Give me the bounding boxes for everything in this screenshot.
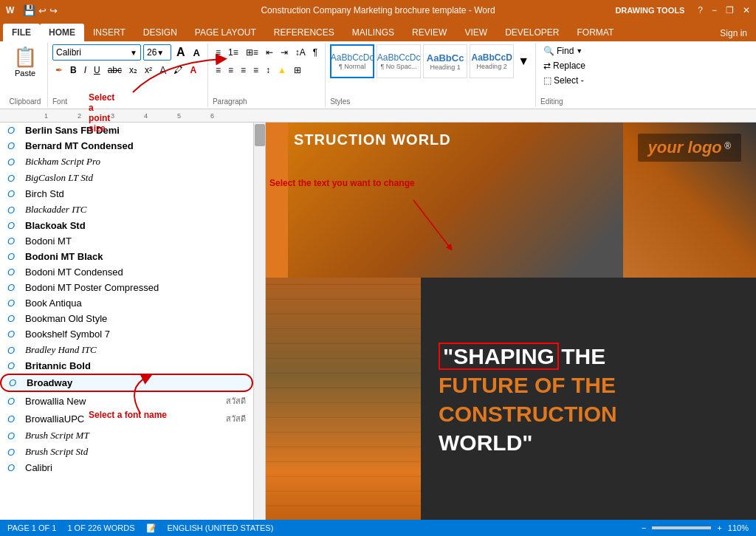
tab-mailings[interactable]: MAILINGS <box>343 24 403 41</box>
align-center-btn[interactable]: ≡ <box>225 62 236 78</box>
font-list-item[interactable]: O Browallia New สวัสดี <box>0 392 253 410</box>
font-list-item[interactable]: O Book Antiqua <box>0 295 253 311</box>
style-normal[interactable]: AaBbCcDc ¶ Normal <box>330 44 374 78</box>
window-title: Construction Company Marketing brochure … <box>261 5 495 16</box>
style-h1-preview: AaBbCc <box>427 52 464 63</box>
font-list-item[interactable]: O BrowalliaUPC สวัสดี <box>0 410 253 427</box>
align-left-btn[interactable]: ≡ <box>213 62 224 78</box>
styles-scroll-down[interactable]: ▼ <box>516 53 531 69</box>
tab-home[interactable]: HOME <box>40 24 84 41</box>
font-list-item[interactable]: O Bookshelf Symbol 7 <box>0 326 253 342</box>
tab-design[interactable]: DESIGN <box>134 24 186 41</box>
font-list-item[interactable]: O Bodoni MT Black <box>0 249 253 264</box>
bold-btn[interactable]: B <box>67 62 80 78</box>
style-no-spacing[interactable]: AaBbCcDc ¶ No Spac... <box>377 44 421 78</box>
sort-btn[interactable]: ↕A <box>292 44 309 61</box>
decrease-font-btn[interactable]: A <box>190 44 203 61</box>
superscript-btn[interactable]: x² <box>142 62 155 78</box>
font-item-icon: O <box>7 173 19 184</box>
line-spacing-btn[interactable]: ↕ <box>263 62 273 78</box>
bullets-btn[interactable]: ≡ <box>213 44 224 61</box>
font-list-item[interactable]: O Bernard MT Condensed <box>0 138 253 154</box>
font-list-item[interactable]: O Bodoni MT Condensed <box>0 264 253 280</box>
tab-insert[interactable]: INSERT <box>84 24 134 41</box>
status-bar-right: − + 110% <box>642 523 749 532</box>
quick-access-save[interactable]: 💾 <box>23 4 35 16</box>
font-list-scroll[interactable]: O Berlin Sans FB Demi O Bernard MT Conde… <box>0 123 265 524</box>
highlight-btn[interactable]: 🖍 <box>171 62 185 78</box>
restore-btn[interactable]: ❐ <box>726 5 734 16</box>
multilevel-btn[interactable]: ⊞≡ <box>243 44 261 61</box>
show-marks-btn[interactable]: ¶ <box>310 44 320 61</box>
font-item-name: Bernard MT Condensed <box>25 140 246 151</box>
font-name-box[interactable]: Calibri ▼ <box>52 44 141 61</box>
font-list-item[interactable]: O Blackadder ITC <box>0 202 253 218</box>
tab-developer[interactable]: DEVELOPER <box>496 24 568 41</box>
text-effects-btn[interactable]: A <box>157 62 169 78</box>
title-bar-left: W 💾 ↩ ↪ <box>6 4 58 16</box>
strikethrough-btn[interactable]: abc <box>105 62 125 78</box>
replace-btn[interactable]: ⇄ Replace <box>540 59 591 72</box>
font-color-btn[interactable]: A <box>187 62 199 78</box>
font-list-item[interactable]: O Bodoni MT Poster Compressed <box>0 280 253 295</box>
size-dropdown-arrow[interactable]: ▼ <box>157 49 164 57</box>
numbering-btn[interactable]: 1≡ <box>225 44 241 61</box>
document-area[interactable]: STRUCTION WORLD your logo ® <box>266 123 756 524</box>
paste-button[interactable]: 📋 Paste <box>7 44 43 79</box>
quick-access-redo[interactable]: ↪ <box>49 5 58 16</box>
font-dropdown-arrow[interactable]: ▼ <box>130 49 137 57</box>
zoom-out-btn[interactable]: − <box>642 523 646 532</box>
font-list-item[interactable]: O Broadway <box>0 374 253 392</box>
font-list-item[interactable]: O Birch Std <box>0 186 253 202</box>
tab-references[interactable]: REFERENCES <box>265 24 343 41</box>
tab-view[interactable]: VIEW <box>456 24 496 41</box>
font-item-name: Blackoak Std <box>25 220 246 231</box>
zoom-slider[interactable] <box>652 526 711 529</box>
style-heading1[interactable]: AaBbCc Heading 1 <box>423 44 467 78</box>
font-list-item[interactable]: O Calibri <box>0 460 253 475</box>
font-list-item[interactable]: O Bradley Hand ITC <box>0 342 253 358</box>
font-list-item[interactable]: O Britannic Bold <box>0 358 253 374</box>
minimize-btn[interactable]: − <box>712 5 717 16</box>
logo-text: your logo <box>648 138 722 157</box>
font-item-icon: O <box>7 360 19 371</box>
zoom-in-btn[interactable]: + <box>717 523 721 532</box>
justify-btn[interactable]: ≡ <box>250 62 261 78</box>
select-btn[interactable]: ⬚ Select - <box>540 74 591 87</box>
find-dropdown[interactable]: ▼ <box>576 47 583 55</box>
decrease-indent-btn[interactable]: ⇤ <box>263 44 276 61</box>
tab-page-layout[interactable]: PAGE LAYOUT <box>186 24 265 41</box>
sign-in-btn[interactable]: Sign in <box>711 25 756 41</box>
font-list-item[interactable]: O Bookman Old Style <box>0 311 253 326</box>
font-list-item[interactable]: O Berlin Sans FB Demi <box>0 123 253 138</box>
paragraph-row2: ≡ ≡ ≡ ≡ ↕ ▲ ⊞ <box>213 62 320 78</box>
help-btn[interactable]: ? <box>698 5 703 16</box>
underline-btn[interactable]: U <box>91 62 103 78</box>
italic-btn[interactable]: I <box>81 62 89 78</box>
tab-review[interactable]: REVIEW <box>403 24 456 41</box>
scrollbar-thumb[interactable] <box>255 124 265 146</box>
font-list-item[interactable]: O Blackoak Std <box>0 218 253 233</box>
font-list-item[interactable]: O Bickham Script Pro <box>0 154 253 170</box>
font-list-item[interactable]: O Brush Script Std <box>0 444 253 460</box>
font-size-box[interactable]: 26 ▼ <box>143 44 171 61</box>
increase-indent-btn[interactable]: ⇥ <box>278 44 291 61</box>
find-btn[interactable]: 🔍 Find ▼ <box>540 44 591 58</box>
style-heading2[interactable]: AaBbCcD Heading 2 <box>470 44 514 78</box>
font-list-item[interactable]: O BigCaslon LT Std <box>0 170 253 186</box>
tab-format[interactable]: FORMAT <box>568 24 622 41</box>
tab-file[interactable]: FILE <box>3 24 40 41</box>
subscript-btn[interactable]: x₂ <box>126 62 140 78</box>
quick-access-undo[interactable]: ↩ <box>38 5 47 16</box>
font-list-scrollbar[interactable] <box>253 123 265 524</box>
increase-font-btn[interactable]: A <box>173 44 188 61</box>
style-h1-label: Heading 1 <box>430 63 461 71</box>
font-item-icon: O <box>7 329 19 340</box>
font-list-item[interactable]: O Bodoni MT <box>0 233 253 249</box>
borders-btn[interactable]: ⊞ <box>291 62 304 78</box>
clear-format-btn[interactable]: ✒ <box>52 62 66 78</box>
close-btn[interactable]: ✕ <box>743 5 750 16</box>
font-list-item[interactable]: O Brush Script MT <box>0 427 253 444</box>
align-right-btn[interactable]: ≡ <box>238 62 249 78</box>
shading-btn[interactable]: ▲ <box>275 62 289 78</box>
